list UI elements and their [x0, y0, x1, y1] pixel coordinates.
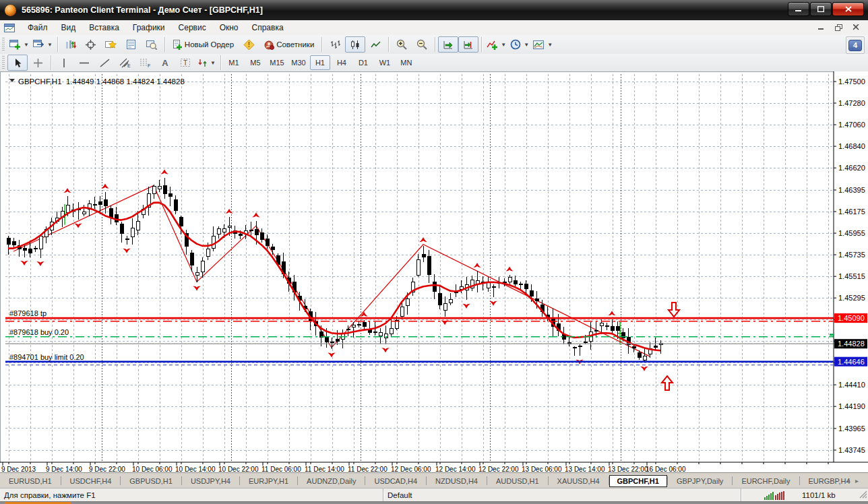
periods-clock-icon	[510, 39, 521, 50]
timeframe-h1[interactable]: H1	[310, 55, 330, 70]
status-bar: Для справки, нажмите F1 Default 1101/1 k…	[0, 488, 868, 502]
indicators-button[interactable]: ▼	[485, 36, 508, 53]
timeframe-h4[interactable]: H4	[332, 55, 352, 70]
candlestick-chart-button[interactable]	[345, 36, 365, 53]
tab-usdchf-h4[interactable]: USDCHF,H4	[61, 475, 121, 487]
line-chart-button[interactable]	[365, 36, 385, 53]
chart-symbol-line[interactable]: GBPCHF,H1 1.44849 1.44868 1.44824 1.4482…	[9, 77, 185, 86]
svg-text:E: E	[127, 63, 131, 68]
toolbar-grip[interactable]	[2, 38, 5, 51]
fibonacci-tool-button[interactable]: F	[135, 55, 155, 71]
tab-xauusd-h4[interactable]: XAUUSD,H4	[549, 475, 609, 487]
child-close-button[interactable]	[849, 22, 863, 33]
new-order-button[interactable]: Новый Ордер	[168, 36, 239, 53]
alert-button[interactable]: !	[239, 36, 259, 53]
timeframe-m1[interactable]: M1	[224, 55, 244, 70]
timeframe-m30[interactable]: M30	[288, 55, 309, 70]
child-restore-button[interactable]	[832, 22, 845, 33]
timeframe-m5[interactable]: M5	[245, 55, 266, 70]
resize-grip[interactable]	[858, 489, 867, 499]
chart-window[interactable]: #879618 tp#879618 buy 0.20#894701 buy li…	[0, 71, 868, 472]
arrows-tool-button[interactable]: ▼	[195, 55, 218, 71]
maximize-button[interactable]	[810, 2, 832, 16]
timeframe-d1[interactable]: D1	[353, 55, 373, 70]
tab-gbpjpy-daily[interactable]: GBPJPY,Daily	[668, 475, 733, 487]
data-window-button[interactable]	[121, 36, 142, 53]
zoom-out-button[interactable]	[412, 36, 432, 53]
tab-gbpchf-h1[interactable]: GBPCHF,H1	[609, 475, 667, 487]
tab-nzdusd-h4[interactable]: NZDUSD,H4	[427, 475, 487, 487]
status-profile[interactable]: Default	[383, 489, 741, 502]
zoom-in-button[interactable]	[392, 36, 412, 53]
svg-text:9 Dec 22:00: 9 Dec 22:00	[89, 466, 125, 472]
menu-item-4[interactable]: Графики	[126, 22, 172, 34]
trendline-tool-button[interactable]	[94, 55, 115, 71]
advisors-button[interactable]: Советники	[259, 36, 319, 53]
menu-item-2[interactable]: Вид	[55, 22, 83, 34]
channel-tool-button[interactable]: E	[115, 55, 135, 71]
trade-open-markers[interactable]	[62, 204, 623, 344]
crosshair-target-button[interactable]	[81, 36, 101, 53]
cursor-tool-button[interactable]	[7, 55, 28, 71]
svg-text:1.47500: 1.47500	[838, 77, 865, 86]
timeframe-mn[interactable]: MN	[396, 55, 416, 70]
new-chart-button[interactable]: ▼	[7, 36, 31, 53]
price-chart[interactable]: #879618 tp#879618 buy 0.20#894701 buy li…	[0, 71, 868, 472]
bar-chart-button[interactable]	[325, 36, 345, 53]
fractal-up-icon	[101, 184, 109, 189]
tab-gbpusd-h1[interactable]: GBPUSD,H1	[121, 475, 181, 487]
chart-shift-button[interactable]	[458, 36, 478, 53]
tab-audusd-h1[interactable]: AUDUSD,H1	[487, 475, 548, 487]
menu-item-5[interactable]: Сервис	[172, 22, 213, 34]
menu-item-6[interactable]: Окно	[213, 22, 245, 34]
horizontal-line-tool-button[interactable]	[74, 55, 94, 71]
favorites-button[interactable]	[101, 36, 121, 53]
candlestick-chart-icon	[350, 40, 361, 50]
tab-eurchf-daily[interactable]: EURCHF,Daily	[733, 475, 799, 487]
notifications-button[interactable]: 4	[846, 36, 865, 54]
menu-item-7[interactable]: Справка	[245, 22, 290, 34]
tab-audnzd-daily[interactable]: AUDNZD,Daily	[298, 475, 365, 487]
auto-scroll-button[interactable]	[438, 36, 458, 53]
toolbar-grip[interactable]	[2, 56, 5, 69]
crosshair-tool-button[interactable]	[28, 55, 48, 71]
strategy-tester-button[interactable]	[142, 36, 162, 53]
profiles-button[interactable]: ▼	[31, 36, 55, 53]
periods-button[interactable]: ▼	[508, 36, 531, 53]
text-tool-button[interactable]: A	[155, 55, 175, 71]
svg-text:T: T	[183, 59, 187, 67]
tab-eurjpy-h1[interactable]: EURJPY,H1	[240, 475, 297, 487]
svg-text:11 Dec 22:00: 11 Dec 22:00	[348, 466, 388, 472]
signal-arrows[interactable]	[662, 303, 679, 390]
tab-usdcad-h4[interactable]: USDCAD,H4	[365, 475, 426, 487]
menu-items: ФайлВидВставкаГрафикиСервисОкноСправка	[21, 22, 290, 34]
menu-item-1[interactable]: Файл	[21, 22, 55, 34]
templates-button[interactable]: ▼	[531, 36, 555, 53]
channel-icon: E	[119, 57, 131, 68]
tab-eurusd-h1[interactable]: EURUSD,H1	[0, 475, 61, 487]
time-axis[interactable]	[0, 463, 868, 472]
arrow-up-icon	[662, 376, 673, 390]
price-lines[interactable]: #879618 tp#879618 buy 0.20#894701 buy li…	[5, 309, 834, 365]
market-watch-button[interactable]	[61, 36, 81, 53]
svg-text:1.46840: 1.46840	[838, 142, 865, 150]
vertical-line-tool-button[interactable]	[54, 55, 74, 71]
fractal-down-icon	[36, 261, 44, 266]
svg-text:9 Dec 2013: 9 Dec 2013	[1, 466, 36, 472]
toolbar-separator	[57, 37, 58, 52]
tab-usdjpy-h4[interactable]: USDJPY,H4	[182, 475, 239, 487]
chart-document-icon[interactable]	[4, 23, 16, 33]
menu-item-3[interactable]: Вставка	[82, 22, 126, 34]
toolbar-separator	[481, 37, 482, 52]
close-button[interactable]	[832, 2, 864, 16]
child-minimize-button[interactable]	[814, 22, 828, 33]
dropdown-arrow-icon: ▼	[24, 42, 29, 48]
minimize-button[interactable]	[788, 2, 809, 16]
tab-scroll-arrows[interactable]: ◂▸	[846, 477, 864, 484]
menu-bar: ФайлВидВставкаГрафикиСервисОкноСправка	[0, 20, 868, 36]
fractal-down-icon	[381, 348, 390, 352]
text-label-tool-button[interactable]: T	[175, 55, 195, 71]
timeframe-w1[interactable]: W1	[375, 55, 395, 70]
timeframe-m15[interactable]: M15	[267, 55, 287, 70]
status-help-text: Для справки, нажмите F1	[0, 489, 383, 502]
